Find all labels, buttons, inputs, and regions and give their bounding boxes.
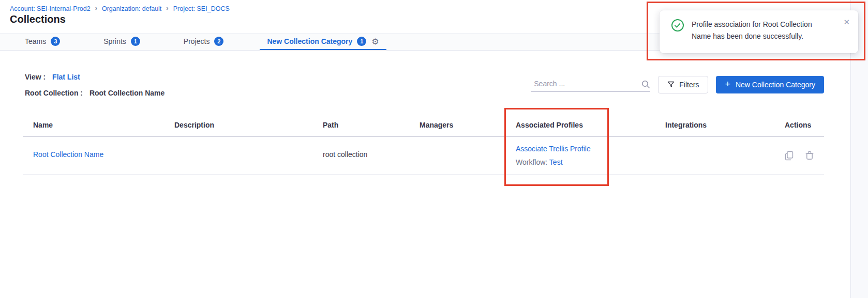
search-box [531, 77, 650, 92]
tab-label: Projects [184, 37, 210, 45]
breadcrumb-account-link[interactable]: Account: SEI-Internal-Prod2 [10, 5, 91, 12]
close-icon[interactable]: ✕ [843, 18, 850, 27]
tab-new-collection-category[interactable]: New Collection Category 1 ⚙ [260, 34, 386, 50]
path-cell: root collection [323, 150, 367, 159]
new-collection-category-button[interactable]: + New Collection Category [716, 76, 824, 93]
new-collection-category-label: New Collection Category [736, 81, 815, 89]
column-header-description: Description [174, 121, 214, 129]
root-collection-row: Root Collection : Root Collection Name [25, 89, 164, 97]
column-header-integrations: Integrations [665, 121, 707, 129]
root-collection-value: Root Collection Name [89, 89, 164, 97]
success-toast: Profile association for Root Collection … [660, 10, 858, 53]
filters-button[interactable]: Filters [658, 76, 708, 93]
column-header-path: Path [323, 121, 338, 129]
flat-list-link[interactable]: Flat List [52, 73, 80, 81]
tab-label: New Collection Category [267, 37, 352, 45]
workflow-label: Workflow: [516, 158, 547, 166]
tab-sprints[interactable]: Sprints 1 [96, 34, 147, 50]
tab-projects[interactable]: Projects 2 [176, 34, 231, 50]
view-row: View : Flat List [25, 73, 80, 81]
chevron-right-icon: › [95, 4, 97, 12]
count-badge: 1 [131, 37, 140, 46]
view-label: View : [25, 73, 46, 81]
tab-label: Sprints [103, 37, 126, 45]
column-header-name: Name [33, 121, 53, 129]
breadcrumb: Account: SEI-Internal-Prod2 › Organizati… [10, 5, 230, 12]
check-circle-icon [671, 19, 684, 32]
filters-label: Filters [679, 81, 699, 89]
column-header-actions: Actions [785, 121, 811, 129]
tab-teams[interactable]: Teams 3 [18, 34, 67, 50]
count-badge: 2 [214, 37, 223, 46]
page-title: Collections [10, 13, 66, 25]
search-input[interactable] [531, 80, 641, 90]
workflow-test-link[interactable]: Test [549, 158, 563, 166]
count-badge: 1 [357, 37, 366, 46]
chevron-right-icon: › [166, 4, 168, 12]
tab-label: Teams [25, 37, 46, 45]
breadcrumb-project-link[interactable]: Project: SEI_DOCS [173, 5, 230, 12]
trash-icon[interactable] [805, 151, 814, 160]
collection-name-link[interactable]: Root Collection Name [33, 150, 103, 159]
copy-icon[interactable] [785, 151, 794, 161]
plus-icon: + [725, 80, 730, 89]
table-row: Root Collection Name root collection Ass… [23, 137, 824, 175]
count-badge: 3 [51, 37, 60, 46]
toolbar: Filters + New Collection Category [531, 76, 824, 93]
associate-trellis-profile-link[interactable]: Associate Trellis Profile [516, 145, 591, 153]
collections-table: Name Description Path Managers Associate… [23, 108, 824, 175]
toast-message: Profile association for Root Collection … [692, 19, 827, 42]
breadcrumb-organization-link[interactable]: Organization: default [102, 5, 161, 12]
search-icon [641, 80, 650, 89]
column-header-associated-profiles: Associated Profiles [516, 121, 583, 129]
table-header: Name Description Path Managers Associate… [23, 108, 824, 137]
gear-icon[interactable]: ⚙ [371, 37, 379, 46]
column-header-managers: Managers [420, 121, 453, 129]
root-collection-label: Root Collection : [25, 89, 83, 97]
filter-funnel-icon [667, 81, 675, 88]
workflow-cell: Workflow: Test [516, 158, 563, 166]
